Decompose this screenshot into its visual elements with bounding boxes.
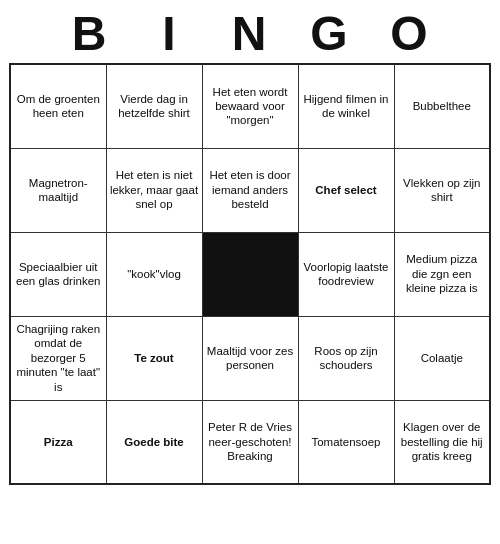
cell-2-3: Voorlopig laatste foodreview xyxy=(298,232,394,316)
title-letter-g: G xyxy=(290,6,370,61)
cell-3-1: Te zout xyxy=(106,316,202,400)
bingo-grid: Om de groenten heen etenVierde dag in he… xyxy=(9,63,491,485)
cell-1-0: Magnetron-maaltijd xyxy=(10,148,106,232)
cell-2-2 xyxy=(202,232,298,316)
title-letter-o: O xyxy=(370,6,450,61)
cell-4-4: Klagen over de bestelling die hij gratis… xyxy=(394,400,490,484)
title-letter-i: I xyxy=(130,6,210,61)
cell-2-4: Medium pizza die zgn een kleine pizza is xyxy=(394,232,490,316)
cell-1-2: Het eten is door iemand anders besteld xyxy=(202,148,298,232)
title-letter-b: B xyxy=(50,6,130,61)
cell-1-4: Vlekken op zijn shirt xyxy=(394,148,490,232)
cell-2-0: Speciaalbier uit een glas drinken xyxy=(10,232,106,316)
cell-1-3: Chef select xyxy=(298,148,394,232)
cell-0-2: Het eten wordt bewaard voor "morgen" xyxy=(202,64,298,148)
cell-0-1: Vierde dag in hetzelfde shirt xyxy=(106,64,202,148)
cell-3-0: Chagrijing raken omdat de bezorger 5 min… xyxy=(10,316,106,400)
cell-0-0: Om de groenten heen eten xyxy=(10,64,106,148)
cell-2-1: "kook"vlog xyxy=(106,232,202,316)
cell-4-1: Goede bite xyxy=(106,400,202,484)
cell-0-4: Bubbelthee xyxy=(394,64,490,148)
cell-4-0: Pizza xyxy=(10,400,106,484)
cell-3-2: Maaltijd voor zes personen xyxy=(202,316,298,400)
cell-3-3: Roos op zijn schouders xyxy=(298,316,394,400)
cell-4-2: Peter R de Vries neer-geschoten! Breakin… xyxy=(202,400,298,484)
cell-0-3: Hijgend filmen in de winkel xyxy=(298,64,394,148)
title-letter-n: N xyxy=(210,6,290,61)
bingo-title: B I N G O xyxy=(0,0,500,63)
cell-3-4: Colaatje xyxy=(394,316,490,400)
cell-4-3: Tomatensoep xyxy=(298,400,394,484)
cell-1-1: Het eten is niet lekker, maar gaat snel … xyxy=(106,148,202,232)
